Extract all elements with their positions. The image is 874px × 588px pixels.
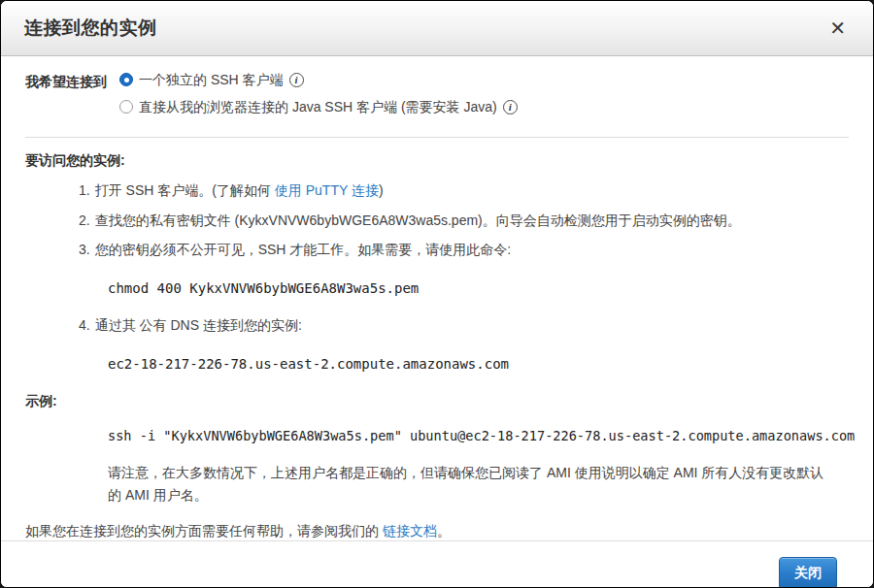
radio-option-label: 直接从我的浏览器连接的 Java SSH 客户端 (需要安装 Java) xyxy=(139,98,497,116)
chmod-command: chmod 400 KykxVNVW6bybWGE6A8W3wa5s.pem xyxy=(108,279,849,298)
help-text: 如果您在连接到您的实例方面需要任何帮助，请参阅我们的 xyxy=(25,523,383,539)
instruction-step-1: 1.打开 SSH 客户端。(了解如何 使用 PuTTY 连接) xyxy=(79,181,849,200)
connection-type-row: 我希望连接到 一个独立的 SSH 客户端 i 直接从我的浏览器连接的 Java … xyxy=(25,71,849,125)
radio-option-standalone-ssh[interactable]: 一个独立的 SSH 客户端 i xyxy=(119,71,849,89)
step-number: 3. xyxy=(79,242,90,257)
dialog-footer: 关闭 xyxy=(1,540,873,588)
example-heading: 示例: xyxy=(25,392,849,410)
step-text: ) xyxy=(379,182,384,198)
close-button[interactable]: 关闭 xyxy=(779,557,837,588)
radio-option-java-ssh[interactable]: 直接从我的浏览器连接的 Java SSH 客户端 (需要安装 Java) i xyxy=(119,98,849,116)
instruction-step-4: 4.通过其 公有 DNS 连接到您的实例: xyxy=(79,316,849,335)
step-text: 您的密钥必须不公开可见，SSH 才能工作。如果需要，请使用此命令: xyxy=(95,242,512,257)
dialog-content: 我希望连接到 一个独立的 SSH 客户端 i 直接从我的浏览器连接的 Java … xyxy=(1,56,873,540)
step-number: 4. xyxy=(79,317,90,333)
close-icon[interactable]: ✕ xyxy=(825,16,850,40)
access-instance-heading: 要访问您的实例: xyxy=(25,151,849,170)
putty-connect-link[interactable]: 使用 PuTTY 连接 xyxy=(275,182,379,198)
step-text: 通过其 公有 DNS 连接到您的实例: xyxy=(95,317,302,333)
connection-type-radio-group: 一个独立的 SSH 客户端 i 直接从我的浏览器连接的 Java SSH 客户端… xyxy=(119,71,849,125)
section-divider xyxy=(25,137,849,138)
public-dns-value: ec2-18-217-226-78.us-east-2.compute.amaz… xyxy=(108,355,849,374)
help-text: 。 xyxy=(437,523,451,539)
info-icon[interactable]: i xyxy=(289,73,304,87)
radio-selected-icon[interactable] xyxy=(119,73,133,86)
step-number: 1. xyxy=(79,182,90,198)
step-text: 查找您的私有密钥文件 (KykxVNVW6bybWGE6A8W3wa5s.pem… xyxy=(95,212,741,228)
instruction-step-2: 2.查找您的私有密钥文件 (KykxVNVW6bybWGE6A8W3wa5s.p… xyxy=(79,212,849,230)
connect-instance-dialog: 连接到您的实例 ✕ 我希望连接到 一个独立的 SSH 客户端 i 直接从我的浏览… xyxy=(0,0,874,588)
connection-docs-link[interactable]: 链接文档 xyxy=(383,523,437,539)
instruction-step-3: 3.您的密钥必须不公开可见，SSH 才能工作。如果需要，请使用此命令: xyxy=(79,241,849,259)
ssh-command: ssh -i "KykxVNVW6bybWGE6A8W3wa5s.pem" ub… xyxy=(108,427,849,444)
dialog-header: 连接到您的实例 ✕ xyxy=(1,1,873,56)
ami-username-note: 请注意，在大多数情况下，上述用户名都是正确的，但请确保您已阅读了 AMI 使用说… xyxy=(108,462,824,506)
radio-option-label: 一个独立的 SSH 客户端 xyxy=(139,71,284,89)
info-icon[interactable]: i xyxy=(503,100,518,114)
step-text: 打开 SSH 客户端。(了解如何 xyxy=(95,182,275,198)
radio-unselected-icon[interactable] xyxy=(119,100,133,114)
dialog-title: 连接到您的实例 xyxy=(24,16,157,41)
connection-type-label: 我希望连接到 xyxy=(25,71,119,125)
step-number: 2. xyxy=(79,212,90,228)
help-line: 如果您在连接到您的实例方面需要任何帮助，请参阅我们的 链接文档。 xyxy=(25,522,849,540)
